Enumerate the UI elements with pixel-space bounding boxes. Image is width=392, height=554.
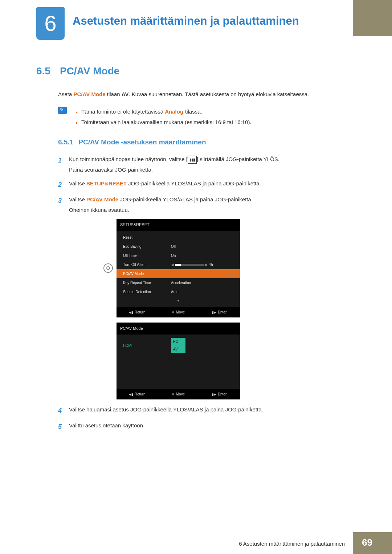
return-icon: ◀▮ <box>129 311 133 314</box>
note-icon <box>58 107 67 114</box>
osd-title: PC/AV Mode <box>117 323 240 335</box>
osd-footer-enter: ▮▶Enter <box>199 391 240 398</box>
text: -tilassa. <box>183 108 202 115</box>
steps-list: 1 Kun toimintonäppäinopas tulee näyttöön… <box>58 154 352 433</box>
text: Return <box>135 392 146 396</box>
text: JOG-painikkeella YLÖS/ALAS ja paina JOG-… <box>118 196 253 202</box>
text: . Kuvaa suurennetaan. Tästä asetuksesta … <box>129 91 309 97</box>
section-title: PC/AV Mode <box>60 65 119 77</box>
osd-row-turnoff: Turn Off After:◀ ▶ 4h <box>117 260 240 269</box>
note-item: ●Tämä toiminto ei ole käytettävissä Anal… <box>75 107 252 117</box>
step-number: 5 <box>58 420 69 433</box>
osd-label: Key Repeat Time <box>123 279 167 286</box>
text: Valitse <box>69 196 86 202</box>
step-3: 3 Valitse PC/AV Mode JOG-painikkeella YL… <box>58 194 352 215</box>
step-number: 3 <box>58 194 69 215</box>
step-5: 5 Valittu asetus otetaan käyttöön. <box>58 420 352 433</box>
text: Move <box>176 392 185 396</box>
subsection-title: PC/AV Mode -asetuksen määrittäminen <box>78 138 206 146</box>
emphasis-analog: Analog <box>165 108 183 115</box>
page-content: 6.5PC/AV Mode Aseta PC/AV Mode tilaan AV… <box>36 65 352 437</box>
osd-label: Eco Saving <box>123 243 167 250</box>
footer-chapter-label: 6 Asetusten määrittäminen ja palauttamin… <box>239 541 345 547</box>
text: tilaan <box>106 91 122 97</box>
osd-footer: ◀▮Return ✥Move ▮▶Enter <box>117 389 240 399</box>
osd-value: On <box>171 252 233 259</box>
text: Enter <box>218 310 226 314</box>
osd-value: Auto <box>171 288 233 295</box>
chapter-title: Asetusten määrittäminen ja palauttaminen <box>73 15 299 28</box>
osd-label: Source Detection <box>123 288 167 295</box>
enter-icon: ▮▶ <box>212 393 216 396</box>
emphasis-setupreset: SETUP&RESET <box>86 180 127 186</box>
osd-title: SETUP&RESET <box>117 219 240 231</box>
step-2: 2 Valitse SETUP&RESET JOG-painikkeella Y… <box>58 178 352 191</box>
osd-body: Reset Eco Saving:Off Off Timer:On Turn O… <box>117 231 240 307</box>
osd-footer-return: ◀▮Return <box>117 309 158 316</box>
osd-label: PC/AV Mode <box>123 270 167 277</box>
osd-footer-move: ✥Move <box>158 391 199 398</box>
text: Enter <box>218 392 226 396</box>
osd-panel-2: PC/AV Mode HDMI : PC AV ◀▮Return ✥Move ▮… <box>117 323 240 399</box>
step-body: Kun toimintonäppäinopas tulee näyttöön, … <box>69 154 352 175</box>
section-heading: 6.5PC/AV Mode <box>36 65 352 77</box>
bullet-icon: ● <box>75 110 78 114</box>
emphasis-pcavmode: PC/AV Mode <box>86 196 118 202</box>
text: Oheinen ikkuna avautuu. <box>69 207 129 213</box>
chapter-number-badge: 6 <box>36 7 65 40</box>
osd-row-hdmi: HDMI : PC AV <box>117 337 240 354</box>
emphasis-av: AV <box>122 91 129 97</box>
osd-screenshot-1: SETUP&RESET Reset Eco Saving:Off Off Tim… <box>103 219 352 399</box>
option-pc-selected: PC <box>171 338 185 345</box>
osd-label-hdmi: HDMI <box>123 342 167 349</box>
page-number: 69 <box>362 537 372 548</box>
osd-row-keyrepeat: Key Repeat Time:Acceleration <box>117 278 240 287</box>
step-number: 1 <box>58 154 69 175</box>
osd-label: Turn Off After <box>123 261 167 268</box>
osd-footer: ◀▮Return ✥Move ▮▶Enter <box>117 307 240 317</box>
text: ] siirtämällä JOG-painiketta YLÖS. <box>197 156 279 162</box>
osd-label: Reset <box>123 234 167 241</box>
subsection-number: 6.5.1 <box>58 138 73 146</box>
text: Move <box>176 310 185 314</box>
osd-panel: SETUP&RESET Reset Eco Saving:Off Off Tim… <box>117 219 240 317</box>
step-1: 1 Kun toimintonäppäinopas tulee näyttöön… <box>58 154 352 175</box>
osd-footer-return: ◀▮Return <box>117 391 158 398</box>
osd-footer-enter: ▮▶Enter <box>199 309 240 316</box>
text: Aseta <box>58 91 74 97</box>
osd-value: ◀ ▶ 4h <box>171 261 233 268</box>
subsection-heading: 6.5.1PC/AV Mode -asetuksen määrittäminen <box>58 138 352 146</box>
header-accent <box>353 0 392 36</box>
step-body: Valitse SETUP&RESET JOG-painikkeella YLÖ… <box>69 178 352 191</box>
slider <box>175 264 204 266</box>
note-item: ●Toimitetaan vain laajakuvamallien mukan… <box>75 117 252 128</box>
osd-value: Acceleration <box>171 279 233 286</box>
move-icon: ✥ <box>172 311 175 314</box>
intro-paragraph: Aseta PC/AV Mode tilaan AV. Kuvaa suuren… <box>58 90 352 99</box>
osd-value-options: PC AV <box>171 338 233 353</box>
text: Tämä toiminto ei ole käytettävissä <box>81 108 165 115</box>
bullet-icon: ● <box>75 121 78 125</box>
arrow-left-icon: ◀ <box>171 263 174 267</box>
osd-row-reset: Reset <box>117 233 240 242</box>
osd-row-sourcedetect: Source Detection:Auto <box>117 287 240 296</box>
arrow-right-icon: ▶ <box>205 263 208 267</box>
gear-icon <box>103 263 113 273</box>
osd-row-eco: Eco Saving:Off <box>117 242 240 251</box>
osd-value: Off <box>171 243 233 250</box>
option-av: AV <box>171 345 185 353</box>
note-list: ●Tämä toiminto ei ole käytettävissä Anal… <box>75 107 252 127</box>
arrow-right-icon: ▶ <box>230 270 233 277</box>
text: Return <box>135 310 146 314</box>
osd-row-offtimer: Off Timer:On <box>117 251 240 260</box>
text: Toimitetaan vain laajakuvamallien mukana… <box>81 119 252 125</box>
return-icon: ◀▮ <box>129 393 133 396</box>
emphasis-pcavmode: PC/AV Mode <box>74 91 106 97</box>
osd-body: HDMI : PC AV <box>117 335 240 389</box>
footer-accent <box>353 532 392 554</box>
text: Kun toimintonäppäinopas tulee näyttöön, … <box>69 156 188 162</box>
chevron-down-icon: ▼ <box>117 296 240 305</box>
step-body: Valitse PC/AV Mode JOG-painikkeella YLÖS… <box>69 194 352 215</box>
enter-icon: ▮▶ <box>212 311 216 314</box>
section-number: 6.5 <box>36 65 50 77</box>
